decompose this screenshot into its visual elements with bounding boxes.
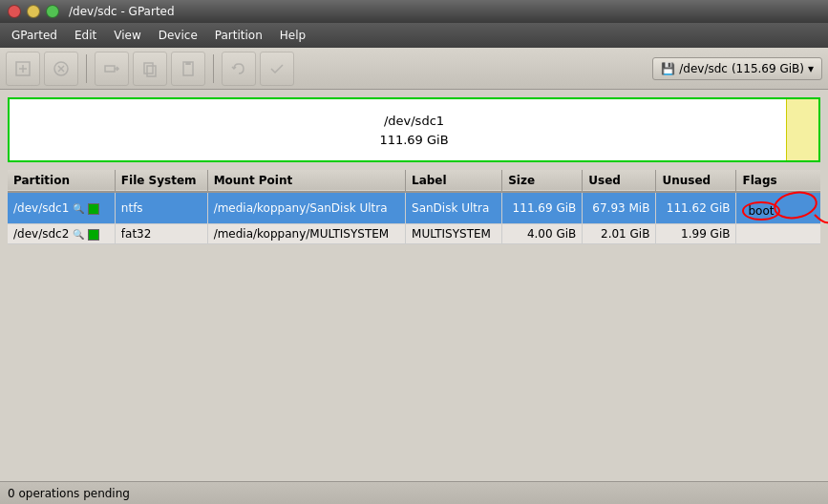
- close-button[interactable]: [8, 5, 21, 18]
- statusbar: 0 operations pending: [0, 481, 828, 504]
- cell-filesystem: fat32: [115, 224, 207, 244]
- col-size: Size: [502, 170, 583, 192]
- table-row[interactable]: /dev/sdc1 🔍 ntfs /media/koppany/SanDisk …: [8, 192, 820, 224]
- fs-color-indicator: [88, 229, 99, 241]
- col-flags: Flags: [736, 170, 820, 192]
- cell-unused: 111.62 GiB: [656, 192, 736, 224]
- undo-button[interactable]: [222, 52, 256, 86]
- new-button[interactable]: [6, 52, 40, 86]
- svg-point-14: [773, 189, 818, 220]
- status-text: 0 operations pending: [8, 487, 130, 500]
- col-label: Label: [406, 170, 502, 192]
- table-row[interactable]: /dev/sdc2 🔍 fat32 /media/koppany/MULTISY…: [8, 224, 820, 244]
- copy-button[interactable]: [133, 52, 167, 86]
- device-path: /dev/sdc: [679, 62, 728, 75]
- table-header: Partition File System Mount Point Label …: [8, 170, 820, 192]
- col-filesystem: File System: [115, 170, 207, 192]
- cell-label: SanDisk Ultra: [406, 192, 502, 224]
- col-used: Used: [583, 170, 656, 192]
- svg-rect-13: [186, 62, 190, 65]
- toolbar-separator-2: [213, 54, 214, 83]
- menu-help[interactable]: Help: [272, 26, 313, 45]
- device-size: (115.69 GiB): [732, 62, 804, 75]
- menu-view[interactable]: View: [106, 26, 148, 45]
- menu-edit[interactable]: Edit: [67, 26, 104, 45]
- col-unused: Unused: [656, 170, 736, 192]
- partition-sdc2-visual: [786, 99, 818, 160]
- svg-rect-6: [105, 66, 115, 72]
- partition-visual-name: /dev/sdc1: [379, 112, 448, 131]
- table-body: /dev/sdc1 🔍 ntfs /media/koppany/SanDisk …: [8, 192, 820, 244]
- toolbar-separator-1: [86, 54, 87, 83]
- cell-size: 4.00 GiB: [502, 224, 583, 244]
- search-icon[interactable]: 🔍: [73, 229, 84, 240]
- cell-partition: /dev/sdc2 🔍: [8, 224, 115, 244]
- toolbar: 💾 /dev/sdc (115.69 GiB) ▾: [0, 48, 828, 90]
- partition-visual-label: /dev/sdc1 111.69 GiB: [379, 112, 448, 149]
- cell-used: 2.01 GiB: [583, 224, 656, 244]
- window-title: /dev/sdc - GParted: [69, 5, 175, 18]
- cell-filesystem: ntfs: [115, 192, 207, 224]
- cell-mountpoint: /media/koppany/SanDisk Ultra: [207, 192, 405, 224]
- menu-partition[interactable]: Partition: [207, 26, 270, 45]
- cell-partition: /dev/sdc1 🔍: [8, 192, 115, 224]
- titlebar: /dev/sdc - GParted: [0, 0, 828, 23]
- menu-device[interactable]: Device: [151, 26, 205, 45]
- cell-flags: [736, 224, 820, 244]
- partition-name: /dev/sdc2: [13, 227, 69, 241]
- col-mountpoint: Mount Point: [207, 170, 405, 192]
- partition-name: /dev/sdc1: [13, 201, 69, 215]
- minimize-button[interactable]: [27, 5, 40, 18]
- maximize-button[interactable]: [46, 5, 59, 18]
- device-dropdown-icon: ▾: [808, 62, 814, 75]
- partition-visual[interactable]: /dev/sdc1 111.69 GiB: [8, 97, 820, 162]
- resize-button[interactable]: [95, 52, 129, 86]
- partition-table-element: Partition File System Mount Point Label …: [8, 170, 820, 244]
- device-selector[interactable]: 💾 /dev/sdc (115.69 GiB) ▾: [652, 57, 822, 80]
- cell-used: 67.93 MiB: [583, 192, 656, 224]
- cell-label: MULTISYSTEM: [406, 224, 502, 244]
- hdd-icon: 💾: [661, 62, 675, 75]
- cell-size: 111.69 GiB: [502, 192, 583, 224]
- fs-color-indicator: [88, 203, 99, 215]
- partition-table: Partition File System Mount Point Label …: [8, 170, 820, 244]
- svg-rect-8: [144, 63, 153, 74]
- boot-circle-annotation: [781, 196, 810, 215]
- cell-mountpoint: /media/koppany/MULTISYSTEM: [207, 224, 405, 244]
- menu-gparted[interactable]: GParted: [4, 26, 65, 45]
- col-partition: Partition: [8, 170, 115, 192]
- partition-visual-size: 111.69 GiB: [379, 130, 448, 149]
- cell-flags: boot: [736, 192, 820, 224]
- svg-rect-9: [147, 66, 156, 76]
- paste-button[interactable]: [171, 52, 205, 86]
- apply-button[interactable]: [260, 52, 294, 86]
- menubar: GParted Edit View Device Partition Help: [0, 23, 828, 48]
- delete-button[interactable]: [44, 52, 78, 86]
- boot-flag-circle: boot: [742, 201, 779, 220]
- search-icon[interactable]: 🔍: [73, 203, 84, 214]
- cell-unused: 1.99 GiB: [656, 224, 736, 244]
